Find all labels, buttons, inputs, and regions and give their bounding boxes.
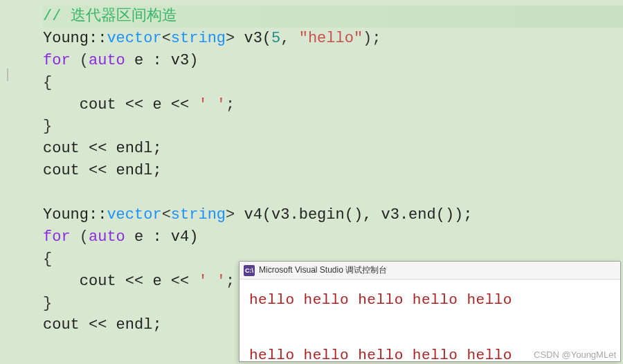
code-line: Young::vector<string> v4(v3.begin(), v3.…: [43, 204, 623, 226]
code-line-comment: // 迭代器区间构造: [43, 6, 623, 28]
console-titlebar[interactable]: C:\ Microsoft Visual Studio 调试控制台: [240, 262, 620, 280]
watermark-text: CSDN @YoungMLet: [534, 349, 616, 360]
code-line: }: [43, 116, 623, 138]
code-line: cout << endl;: [43, 160, 623, 182]
code-line: cout << endl;: [43, 138, 623, 160]
code-line: for (auto e : v4): [43, 226, 623, 248]
debug-console-window[interactable]: C:\ Microsoft Visual Studio 调试控制台 hello …: [239, 261, 621, 362]
code-line: Young::vector<string> v3(5, "hello");: [43, 28, 623, 50]
console-title-text: Microsoft Visual Studio 调试控制台: [259, 264, 387, 276]
code-line: for (auto e : v3): [43, 50, 623, 72]
code-line-blank: [43, 182, 623, 204]
code-line: {: [43, 72, 623, 94]
gutter-marker: [0, 69, 8, 81]
console-app-icon: C:\: [244, 265, 255, 276]
console-output-line: hello hello hello hello hello: [249, 286, 611, 314]
code-line: cout << e << ' ';: [43, 94, 623, 116]
comment-text: // 迭代器区间构造: [43, 8, 177, 25]
